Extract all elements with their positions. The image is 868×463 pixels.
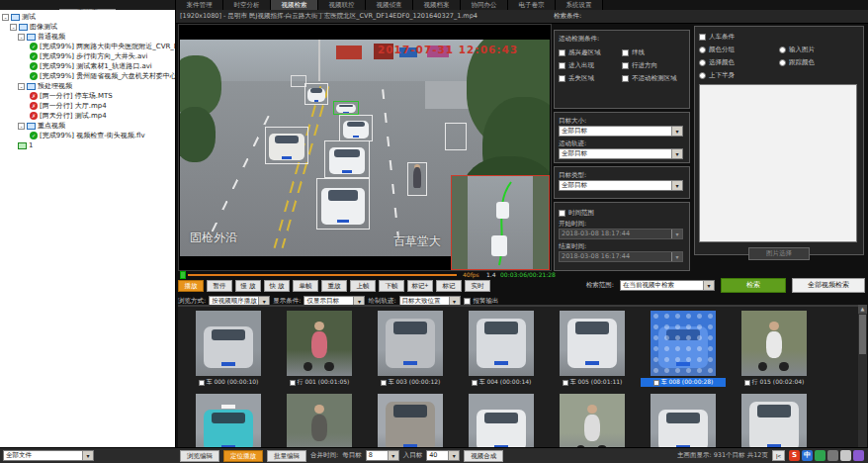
motion-checkbox-row[interactable]: 丢失区域 xyxy=(559,72,622,85)
collapse-icon[interactable]: - xyxy=(18,123,25,130)
tab-6[interactable]: 视频档案 xyxy=(413,0,461,10)
result-thumbnail[interactable] xyxy=(651,311,716,376)
tab-1[interactable]: 案件管理 xyxy=(176,0,223,10)
image-picker-button[interactable]: 图片选择 xyxy=(748,247,810,260)
time-range-checkbox[interactable] xyxy=(559,210,565,217)
tray-icon-2[interactable]: 中 xyxy=(802,450,813,461)
result-checkbox[interactable] xyxy=(290,380,296,386)
tree-row[interactable]: -图像测试 xyxy=(2,22,175,32)
result-thumbnail[interactable] xyxy=(196,394,261,447)
playback-button-3[interactable]: 慢 放 xyxy=(235,280,261,292)
results-scrollbar[interactable]: ▲ xyxy=(858,305,867,447)
result-thumbnail[interactable] xyxy=(469,394,534,447)
tab-2[interactable]: 时空分析 xyxy=(223,0,271,10)
collapse-icon[interactable]: - xyxy=(18,34,25,41)
playback-button-4[interactable]: 快 放 xyxy=(264,280,290,292)
tray-icon-5[interactable] xyxy=(840,450,851,461)
dd2-dropdown[interactable]: 40 xyxy=(426,450,460,461)
collapse-icon[interactable]: - xyxy=(10,24,17,31)
color-mode-radio-row[interactable]: 跟踪颜色 xyxy=(779,56,859,69)
tab-8[interactable]: 电子卷宗 xyxy=(508,0,556,10)
result-tile[interactable] xyxy=(651,394,716,447)
radio-2[interactable] xyxy=(779,46,786,53)
result-thumbnail[interactable] xyxy=(741,394,807,447)
color-sample-list[interactable] xyxy=(699,84,857,242)
color-mode-radio-row[interactable]: 输入图片 xyxy=(779,44,859,56)
result-tile[interactable]: 车 000 (00:00:10) xyxy=(196,311,261,387)
tab-7[interactable]: 协同办公 xyxy=(461,0,508,10)
motion-checkbox-2[interactable] xyxy=(622,49,629,56)
result-thumbnail[interactable] xyxy=(378,311,443,376)
search-button[interactable]: 检索 xyxy=(721,278,786,293)
color-mode-radio-row[interactable]: 颜色分组 xyxy=(699,44,779,56)
playback-button-10[interactable]: 标记 xyxy=(436,280,462,292)
radio-1[interactable] xyxy=(699,46,706,53)
result-thumbnail[interactable] xyxy=(287,394,352,447)
result-thumbnail[interactable] xyxy=(469,311,534,376)
result-thumbnail[interactable] xyxy=(196,311,261,376)
tray-icon-4[interactable] xyxy=(827,450,838,461)
playback-button-9[interactable]: 标记+ xyxy=(407,280,433,292)
result-tile[interactable]: 车 008 (00:00:28) xyxy=(651,311,716,387)
result-checkbox[interactable] xyxy=(653,380,659,386)
tree-row[interactable]: ✗[两一分行] 停车场.MTS xyxy=(2,91,175,101)
tree-row[interactable]: ✓[完成99%] 视频检查-街头视频.flv xyxy=(2,131,175,140)
playback-button-6[interactable]: 重放 xyxy=(321,280,347,292)
motion-checkbox-row[interactable]: 感兴趣区域 xyxy=(559,46,622,59)
tree-row[interactable]: ✓[完成99%] 步行街方向_大井头.avi xyxy=(2,51,175,61)
playback-button-7[interactable]: 上帧 xyxy=(350,280,376,292)
tree-row[interactable]: -预处理视频 xyxy=(2,81,175,91)
result-checkbox[interactable] xyxy=(199,380,205,386)
search-all-videos-button[interactable]: 全部视频检索 xyxy=(792,278,865,293)
result-checkbox[interactable] xyxy=(472,380,477,386)
result-tile[interactable] xyxy=(287,394,352,447)
tree-row[interactable]: ✗[两天分行] 测试.mp4 xyxy=(2,111,175,121)
tab-3[interactable]: 视频检索 xyxy=(271,0,318,10)
video-player[interactable]: 2017-07-31 12:06:43 固枪外沿 百草堂大 xyxy=(178,24,552,271)
target-type-dropdown[interactable]: 全部目标 xyxy=(559,180,683,191)
tree-row[interactable]: ✗[两一分行] 大厅.mp4 xyxy=(2,101,175,111)
result-tile[interactable] xyxy=(196,394,261,447)
dd1-dropdown[interactable]: 8 xyxy=(366,450,399,461)
result-tile[interactable] xyxy=(469,394,534,447)
time-range-checkbox-row[interactable]: 时间范围 xyxy=(559,207,685,220)
result-thumbnail[interactable] xyxy=(651,394,716,447)
tracking-pip-window[interactable] xyxy=(451,175,550,270)
result-thumbnail[interactable] xyxy=(287,311,352,376)
tab-5[interactable]: 视频侦查 xyxy=(366,0,413,10)
result-tile[interactable]: 行 015 (00:02:04) xyxy=(741,311,807,387)
radio-4[interactable] xyxy=(779,59,786,66)
color-mode-radio-row[interactable]: 上下半身 xyxy=(699,69,779,82)
bottom-button-2[interactable]: 定位播放 xyxy=(223,450,263,462)
result-thumbnail[interactable] xyxy=(741,311,807,376)
result-tile[interactable]: 车 003 (00:00:12) xyxy=(378,311,443,387)
tree-row[interactable]: -测试 xyxy=(2,12,175,22)
bottom-button-1[interactable]: 浏览编辑 xyxy=(180,450,219,462)
tab-4[interactable]: 视频联控 xyxy=(318,0,366,10)
file-type-dropdown[interactable]: 全部文件 xyxy=(3,450,94,461)
tab-9[interactable]: 系统设置 xyxy=(556,0,603,10)
person-vehicle-checkbox[interactable] xyxy=(699,34,706,41)
tree-row[interactable]: ✓[完成99%] 两面路大街中央医院附近_CVR_DF14EDF1_15 xyxy=(2,42,175,51)
radio-5[interactable] xyxy=(699,72,706,79)
tray-icon-3[interactable] xyxy=(815,450,825,461)
result-thumbnail[interactable] xyxy=(560,311,625,376)
start-time-dropdown[interactable]: 2018-03-08 18:17:44 xyxy=(559,229,683,239)
tree-row[interactable]: ✓[完成99%] 贵州随省视频_六盘机关村委中心.avi xyxy=(2,71,175,81)
result-checkbox[interactable] xyxy=(381,380,387,386)
color-mode-radio-row[interactable]: 选择颜色 xyxy=(699,56,779,69)
person-vehicle-checkbox-row[interactable]: 人车条件 xyxy=(699,31,859,44)
playback-button-8[interactable]: 下帧 xyxy=(379,280,404,292)
result-thumbnail[interactable] xyxy=(560,394,625,447)
alarm-checkbox[interactable] xyxy=(464,298,471,305)
motion-checkbox-6[interactable] xyxy=(622,75,629,82)
motion-checkbox-row[interactable]: 进入出现 xyxy=(559,59,622,72)
result-thumbnail[interactable] xyxy=(378,394,443,447)
scrollbar-thumb[interactable] xyxy=(859,315,866,354)
tray-icon-1[interactable]: S xyxy=(789,450,800,461)
tree-row[interactable]: -普通视频 xyxy=(2,32,175,42)
motion-checkbox-3[interactable] xyxy=(559,62,565,69)
motion-track-dropdown[interactable]: 全部目标 xyxy=(559,148,683,159)
result-tile[interactable] xyxy=(560,394,625,447)
result-tile[interactable] xyxy=(378,394,443,447)
